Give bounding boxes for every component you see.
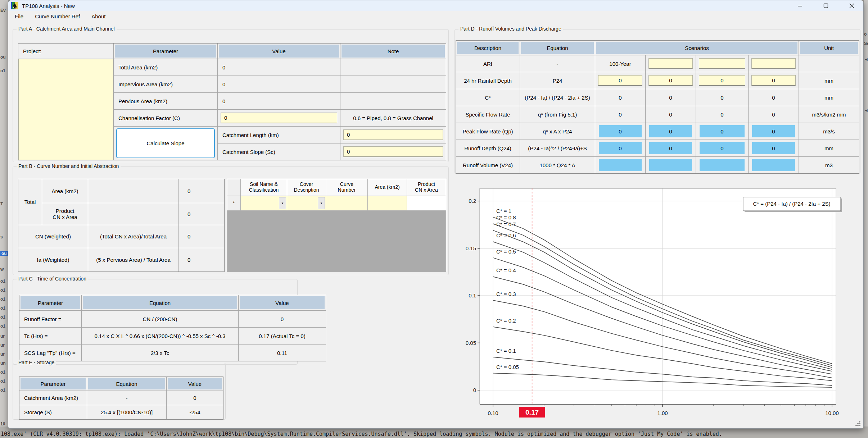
summary-value: 0 [179,225,224,248]
summary-value: 0 [179,203,224,225]
part-a-header-parameter: Parameter [114,44,217,59]
param-label: Total Area (km2) [114,59,217,76]
edge-fragment: Se [864,41,868,46]
close-button[interactable] [847,1,857,10]
menu-curve-number-ref[interactable]: Curve Number Ref [34,13,81,20]
edge-fragment: o1 [0,306,5,311]
runoff-equation: (P24 - Ia)^2 / (P24-Ia)+S [520,140,595,156]
peak-flow-result: 0 [599,125,642,137]
area-cell[interactable] [368,196,407,210]
peak-flow-result: 0 [649,125,692,137]
part-d-header-equation: Equation [520,41,595,55]
curve-number-cell[interactable] [326,196,367,210]
dropdown-arrow-icon[interactable]: ▼ [318,197,325,209]
runoff-volume-result [649,159,692,171]
edge-fragment: o1 [0,68,5,73]
soil-name-dropdown-cell[interactable]: ▼ [241,196,287,210]
part-d-header-unit: Unit [799,41,859,55]
runoff-unit: m3/s/km2 mm [799,106,859,123]
new-row-marker: * [227,196,240,210]
calculate-slope-button[interactable]: Calculate Slope [116,128,215,158]
part-e-table: Parameter Equation Value Catchment Area … [19,377,223,420]
background-app-right-edge: oSe◄◄ [864,0,868,438]
storage-value: 0 [167,391,223,405]
curve-label: C* = 0.7 [496,221,516,227]
resize-grip[interactable] [855,421,860,426]
y-tick-label: 0.1 [469,292,476,298]
runoff-depth-result: 0 [599,142,642,154]
tc-equation: 2/3 x Tc [82,345,238,361]
param-label: Channelisation Factor (C) [114,110,217,126]
part-a-header-note: Note [340,44,446,59]
storage-parameter: Storage (S) [19,405,87,419]
grid-header-area[interactable]: Area (km2) [368,179,407,196]
runoff-unit: mm [799,140,859,156]
project-input[interactable] [18,59,113,160]
ari-scenario-input[interactable] [648,58,693,69]
part-e-header: Equation [87,377,166,391]
part-c-group: Part C - Time of Concentration Parameter… [13,279,298,365]
runoff-description: Peak Flow Rate (Qp) [456,123,520,140]
x-tick-label: 0.10 [488,410,498,416]
summary-value: 0 [179,248,224,272]
menu-about[interactable]: About [91,13,106,20]
x-tick-label: 1.00 [657,410,668,416]
edge-fragment: Ev [0,8,6,13]
grid-header-product[interactable]: Product CN x Area [407,179,446,196]
runoff-unit: m3 [799,157,859,173]
edge-fragment: ur [0,352,5,357]
edge-fragment: o1 [0,324,5,329]
window-title: TP108 Analysis - New [22,3,75,9]
storage-parameter: Catchment Area (km2) [19,391,87,405]
edge-fragment: o1 [0,297,5,302]
runoff-equation: P24 [520,72,595,89]
minimize-button[interactable] [795,1,805,10]
soil-cover-datagrid: Soil Name & Classification Cover Descrip… [227,179,446,272]
ari-scenario-input[interactable] [751,58,796,69]
runoff-depth-result: 0 [752,142,795,154]
param-note [340,76,446,92]
cstar-value: 0 [749,89,799,106]
ari-scenario-1: 100-Year [595,55,645,72]
runoff-volume-result [700,159,745,171]
menu-file[interactable]: File [14,13,24,20]
catchment-length-input[interactable]: 0 [343,129,443,140]
project-label: Project: [18,44,113,59]
edge-fragment: ou [0,251,8,256]
tc-marker-value: 0.17 [525,409,539,416]
param-value: 0 [218,76,340,92]
window-controls [795,0,857,11]
specific-flow-value: 0 [595,106,645,123]
tc-equation: 0.14 x C X L ^ 0.66 x (CN/(200-CN)) ^ -0… [82,328,238,344]
summary-equation: (5 x Pervious Area) / Total Area [88,248,178,272]
grid-header-cover[interactable]: Cover Description [287,179,326,196]
part-d-table: Description Equation Scenarios Unit ARI … [456,40,859,174]
tc-value: 0.17 (Actual Tc = 0) [239,328,326,344]
grid-header-soil[interactable]: Soil Name & Classification [241,179,287,196]
dropdown-arrow-icon[interactable]: ▼ [279,197,286,209]
summary-equation [88,179,178,203]
grid-header-curve-number[interactable]: Curve Number [326,179,367,196]
rainfall-depth-input[interactable]: 0 [598,75,642,86]
curve-label: C* = 0.8 [496,214,516,220]
maximize-button[interactable] [821,1,831,10]
tc-equation: CN / (200-CN) [82,311,238,327]
titlebar: TP108 Analysis - New [8,0,863,11]
part-b-summary-table: Total Area (km2) 0 Product CN x Area 0 C… [18,179,225,272]
peak-flow-result: 0 [700,125,745,137]
channelisation-factor-input[interactable]: 0 [221,113,337,123]
rainfall-depth-input[interactable]: 0 [648,75,693,86]
peak-flow-result: 0 [752,125,795,137]
tc-value: 0 [239,311,326,327]
rainfall-depth-input[interactable]: 0 [751,75,796,86]
cover-description-dropdown-cell[interactable]: ▼ [287,196,326,210]
catchment-slope-input[interactable]: 0 [343,146,443,157]
runoff-description: Runoff Volume (V24) [456,157,520,173]
param-label: Impervious Area (km2) [114,76,217,92]
param-label: Catchment Slope (Sc) [218,143,340,160]
edge-fragment: w [0,267,4,272]
ari-scenario-input[interactable] [699,58,745,69]
rainfall-depth-input[interactable]: 0 [699,75,745,86]
summary-label: Ia (Weighted) [18,248,88,272]
summary-label: Product CN x Area [42,203,88,225]
